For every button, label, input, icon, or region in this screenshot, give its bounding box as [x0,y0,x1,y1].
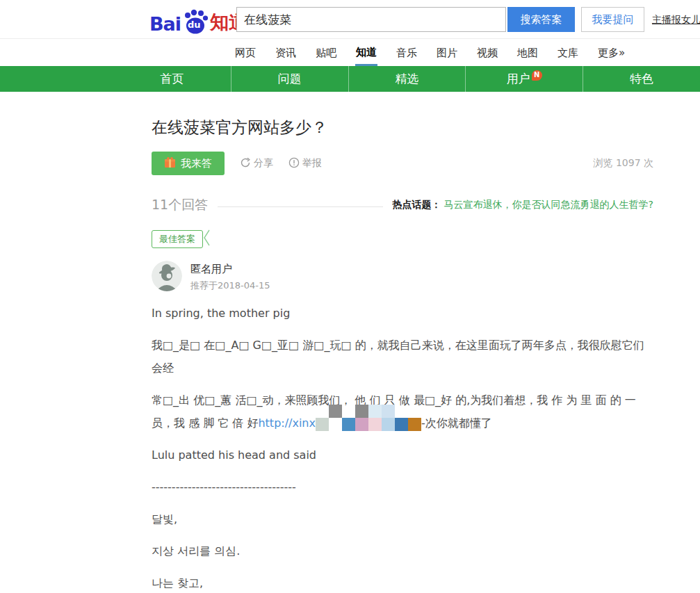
answer-button-label: 我来答 [181,157,212,170]
ask-question-button[interactable]: 我要提问 [581,7,644,32]
tab-tieba[interactable]: 贴吧 [315,40,337,65]
censored-mosaic [316,416,421,430]
author-name[interactable]: 匿名用户 [190,263,270,276]
tab-more[interactable]: 更多» [597,40,626,65]
view-count: 浏览 1097 次 [593,157,653,170]
answer-paragraph: ------------------------------------ [152,476,653,498]
answer-url-link[interactable]: http://xinx [258,416,316,430]
answers-header: 11个回答 热点话题： 马云宣布退休，你是否认同急流勇退的人生哲学? [152,196,653,214]
tab-video[interactable]: 视频 [476,40,498,65]
divider-line [218,206,382,207]
promo-link[interactable]: 主播报女儿 [652,14,700,26]
top-header: Bai du 知道 搜索答案 我要提问 主播报女儿 [0,0,700,39]
hot-topic-label: 热点话题： [393,199,441,211]
baidu-paw-icon: du [181,8,209,36]
report-action[interactable]: 举报 [288,157,322,170]
tab-webpage[interactable]: 网页 [234,40,257,65]
search-vertical-tabs: 网页 资讯 贴吧 知道 音乐 图片 视频 地图 文库 更多» [0,39,700,66]
answer-paragraph: Lulu patted his head and said [152,444,653,466]
tab-images[interactable]: 图片 [436,40,458,65]
search-answers-button[interactable]: 搜索答案 [507,7,575,32]
nav-item-users[interactable]: 用户N [465,66,583,92]
tab-news[interactable]: 资讯 [275,40,297,65]
answer-author-row: 匿名用户 推荐于2018-04-15 [152,261,653,292]
logo-text-du: du [188,19,201,30]
report-label: 举报 [302,157,322,170]
answer-paragraph: 我□_是□ 在□_A□ G□_亚□ 游□_玩□ 的，就我自己来说，在这里面玩了两… [152,334,653,380]
search-input[interactable] [236,7,506,32]
best-answer-badge: 最佳答案 [152,230,203,248]
nav-item-featured[interactable]: 精选 [348,66,466,92]
tab-music[interactable]: 音乐 [396,40,418,65]
answer-paragraph: 달빛, [152,507,653,530]
answer-count: 11个回答 [152,196,208,214]
share-icon [240,157,251,170]
tab-zhidao[interactable]: 知道 [355,40,377,66]
gift-icon [164,156,176,171]
best-answer-badge-row: 最佳答案 [152,229,653,249]
share-action[interactable]: 分享 [240,157,273,170]
zhidao-main-nav: 首页 问题 精选 用户N 特色 [0,66,700,92]
question-content: 在线菠菜官方网站多少？ 我来答 [152,117,653,593]
tab-wenku[interactable]: 文库 [557,40,579,65]
question-actions: 我来答 分享 举报 [152,152,653,175]
answer-body: In spring, the mother pig 我□_是□ 在□_A□ G□… [152,302,653,593]
report-icon [288,157,300,170]
baidu-zhidao-page: Bai du 知道 搜索答案 我要提问 主播报女儿 网页 资讯 贴吧 知道 音乐… [0,0,700,593]
logo-text-bai: Bai [149,13,181,35]
answer-paragraph: In spring, the mother pig [152,302,653,325]
hot-topic-link[interactable]: 马云宣布退休，你是否认同急流勇退的人生哲学? [444,199,653,211]
new-badge: N [532,70,542,81]
question-title: 在线菠菜官方网站多少？ [152,117,653,138]
answer-paragraph: 常□_出 优□_蕙 活□_动，来照顾我们， 他 们 只 做 最□_好 的,为我们… [152,389,653,434]
answer-paragraph: 나는 찾고, [152,571,653,593]
answer-date: 推荐于2018-04-15 [190,279,270,292]
share-label: 分享 [254,157,273,170]
nav-item-questions[interactable]: 问题 [231,66,348,92]
nav-item-home[interactable]: 首页 [113,66,231,92]
baidu-zhidao-logo[interactable]: Bai du 知道 [149,8,247,35]
answer-paragraph: 지상 서리를 의심. [152,539,653,562]
nav-item-special[interactable]: 特色 [583,66,700,92]
tab-maps[interactable]: 地图 [516,40,539,65]
anonymous-avatar[interactable] [152,261,182,291]
badge-ribbon-icon [202,229,211,249]
author-meta: 匿名用户 推荐于2018-04-15 [190,261,270,292]
answer-button[interactable]: 我来答 [152,152,225,175]
